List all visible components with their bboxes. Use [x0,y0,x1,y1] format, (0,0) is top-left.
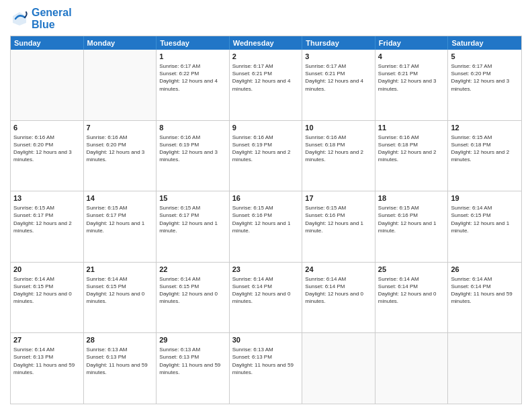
day-info: Sunrise: 6:14 AM Sunset: 6:14 PM Dayligh… [451,275,519,306]
calendar-cell-day: 13Sunrise: 6:15 AM Sunset: 6:17 PM Dayli… [11,191,84,262]
calendar-row: 13Sunrise: 6:15 AM Sunset: 6:17 PM Dayli… [11,191,521,262]
calendar-cell-empty [11,50,84,120]
calendar-row: 20Sunrise: 6:14 AM Sunset: 6:15 PM Dayli… [11,262,521,333]
day-number: 28 [87,335,154,345]
calendar-cell-day: 10Sunrise: 6:16 AM Sunset: 6:18 PM Dayli… [302,121,375,191]
calendar-cell-day: 8Sunrise: 6:16 AM Sunset: 6:19 PM Daylig… [157,121,230,191]
calendar-cell-day: 18Sunrise: 6:15 AM Sunset: 6:16 PM Dayli… [375,191,449,262]
day-number: 24 [305,265,372,275]
calendar-cell-day: 30Sunrise: 6:13 AM Sunset: 6:13 PM Dayli… [230,333,303,404]
day-info: Sunrise: 6:14 AM Sunset: 6:13 PM Dayligh… [13,346,81,376]
day-info: Sunrise: 6:15 AM Sunset: 6:17 PM Dayligh… [87,204,154,234]
calendar-row: 27Sunrise: 6:14 AM Sunset: 6:13 PM Dayli… [11,332,521,404]
day-info: Sunrise: 6:14 AM Sunset: 6:14 PM Dayligh… [305,275,372,306]
day-number: 15 [159,193,226,203]
calendar-cell-day: 3Sunrise: 6:17 AM Sunset: 6:21 PM Daylig… [302,50,375,120]
day-info: Sunrise: 6:15 AM Sunset: 6:17 PM Dayligh… [159,204,226,234]
calendar-cell-day: 12Sunrise: 6:15 AM Sunset: 6:18 PM Dayli… [448,121,521,191]
calendar-cell-day: 9Sunrise: 6:16 AM Sunset: 6:19 PM Daylig… [230,121,303,191]
calendar-row: 6Sunrise: 6:16 AM Sunset: 6:20 PM Daylig… [11,120,521,191]
day-info: Sunrise: 6:15 AM Sunset: 6:16 PM Dayligh… [305,204,372,234]
logo-icon [10,9,29,28]
calendar-cell-day: 6Sunrise: 6:16 AM Sunset: 6:20 PM Daylig… [11,121,84,191]
day-info: Sunrise: 6:14 AM Sunset: 6:14 PM Dayligh… [232,275,300,306]
header: General Blue [10,7,522,30]
day-number: 18 [378,193,445,203]
calendar-body: 1Sunrise: 6:17 AM Sunset: 6:22 PM Daylig… [11,50,521,404]
day-info: Sunrise: 6:13 AM Sunset: 6:13 PM Dayligh… [232,346,300,376]
day-number: 25 [378,265,445,275]
calendar-cell-empty [448,333,521,404]
day-info: Sunrise: 6:14 AM Sunset: 6:14 PM Dayligh… [378,275,445,306]
weekday-header: Friday [375,36,449,50]
day-info: Sunrise: 6:15 AM Sunset: 6:18 PM Dayligh… [451,134,519,164]
day-number: 11 [378,123,445,133]
calendar-cell-day: 11Sunrise: 6:16 AM Sunset: 6:18 PM Dayli… [375,121,449,191]
day-info: Sunrise: 6:13 AM Sunset: 6:13 PM Dayligh… [87,346,154,376]
day-number: 14 [87,193,154,203]
day-info: Sunrise: 6:13 AM Sunset: 6:13 PM Dayligh… [159,346,226,376]
day-number: 19 [451,193,519,203]
day-number: 5 [451,52,519,62]
day-info: Sunrise: 6:16 AM Sunset: 6:19 PM Dayligh… [159,134,226,164]
day-info: Sunrise: 6:17 AM Sunset: 6:21 PM Dayligh… [232,62,300,93]
day-info: Sunrise: 6:15 AM Sunset: 6:17 PM Dayligh… [13,204,81,234]
weekday-header: Thursday [302,36,375,50]
day-info: Sunrise: 6:17 AM Sunset: 6:20 PM Dayligh… [451,62,519,93]
day-number: 22 [159,265,226,275]
calendar-cell-day: 15Sunrise: 6:15 AM Sunset: 6:17 PM Dayli… [157,191,230,262]
weekday-header: Sunday [11,36,84,50]
day-info: Sunrise: 6:17 AM Sunset: 6:22 PM Dayligh… [159,62,226,93]
day-number: 1 [159,52,226,62]
weekday-header: Tuesday [157,36,230,50]
calendar-cell-day: 17Sunrise: 6:15 AM Sunset: 6:16 PM Dayli… [302,191,375,262]
calendar-header: SundayMondayTuesdayWednesdayThursdayFrid… [11,36,521,50]
day-info: Sunrise: 6:14 AM Sunset: 6:15 PM Dayligh… [13,275,81,306]
calendar-cell-day: 24Sunrise: 6:14 AM Sunset: 6:14 PM Dayli… [302,263,375,333]
day-number: 9 [232,123,300,133]
day-number: 2 [232,52,300,62]
calendar-cell-day: 19Sunrise: 6:14 AM Sunset: 6:15 PM Dayli… [448,191,521,262]
day-info: Sunrise: 6:16 AM Sunset: 6:18 PM Dayligh… [378,134,445,164]
calendar-cell-day: 16Sunrise: 6:15 AM Sunset: 6:16 PM Dayli… [230,191,303,262]
calendar-cell-day: 22Sunrise: 6:14 AM Sunset: 6:15 PM Dayli… [157,263,230,333]
day-info: Sunrise: 6:17 AM Sunset: 6:21 PM Dayligh… [378,62,445,93]
day-info: Sunrise: 6:16 AM Sunset: 6:19 PM Dayligh… [232,134,300,164]
calendar-cell-day: 20Sunrise: 6:14 AM Sunset: 6:15 PM Dayli… [11,263,84,333]
day-number: 8 [159,123,226,133]
day-number: 20 [13,265,81,275]
day-info: Sunrise: 6:14 AM Sunset: 6:15 PM Dayligh… [87,275,154,306]
calendar-row: 1Sunrise: 6:17 AM Sunset: 6:22 PM Daylig… [11,50,521,120]
calendar-cell-day: 29Sunrise: 6:13 AM Sunset: 6:13 PM Dayli… [157,333,230,404]
day-info: Sunrise: 6:16 AM Sunset: 6:20 PM Dayligh… [13,134,81,164]
calendar-cell-day: 23Sunrise: 6:14 AM Sunset: 6:14 PM Dayli… [230,263,303,333]
calendar-cell-empty [375,333,449,404]
day-number: 27 [13,335,81,345]
calendar-cell-day: 14Sunrise: 6:15 AM Sunset: 6:17 PM Dayli… [84,191,157,262]
day-number: 12 [451,123,519,133]
day-number: 26 [451,265,519,275]
day-info: Sunrise: 6:15 AM Sunset: 6:16 PM Dayligh… [378,204,445,234]
day-number: 30 [232,335,300,345]
calendar-cell-day: 27Sunrise: 6:14 AM Sunset: 6:13 PM Dayli… [11,333,84,404]
weekday-header: Wednesday [230,36,303,50]
calendar-cell-day: 26Sunrise: 6:14 AM Sunset: 6:14 PM Dayli… [448,263,521,333]
day-info: Sunrise: 6:17 AM Sunset: 6:21 PM Dayligh… [305,62,372,93]
calendar-cell-day: 28Sunrise: 6:13 AM Sunset: 6:13 PM Dayli… [84,333,157,404]
day-info: Sunrise: 6:15 AM Sunset: 6:16 PM Dayligh… [232,204,300,234]
day-number: 10 [305,123,372,133]
calendar-cell-empty [84,50,157,120]
weekday-header: Saturday [448,36,521,50]
logo-text: General Blue [32,7,72,30]
day-info: Sunrise: 6:16 AM Sunset: 6:20 PM Dayligh… [87,134,154,164]
day-number: 16 [232,193,300,203]
day-number: 6 [13,123,81,133]
weekday-header: Monday [84,36,157,50]
page: General Blue SundayMondayTuesdayWednesda… [0,0,532,411]
day-info: Sunrise: 6:14 AM Sunset: 6:15 PM Dayligh… [159,275,226,306]
day-number: 3 [305,52,372,62]
calendar-cell-day: 2Sunrise: 6:17 AM Sunset: 6:21 PM Daylig… [230,50,303,120]
day-number: 7 [87,123,154,133]
calendar-cell-day: 1Sunrise: 6:17 AM Sunset: 6:22 PM Daylig… [157,50,230,120]
calendar-cell-day: 4Sunrise: 6:17 AM Sunset: 6:21 PM Daylig… [375,50,449,120]
